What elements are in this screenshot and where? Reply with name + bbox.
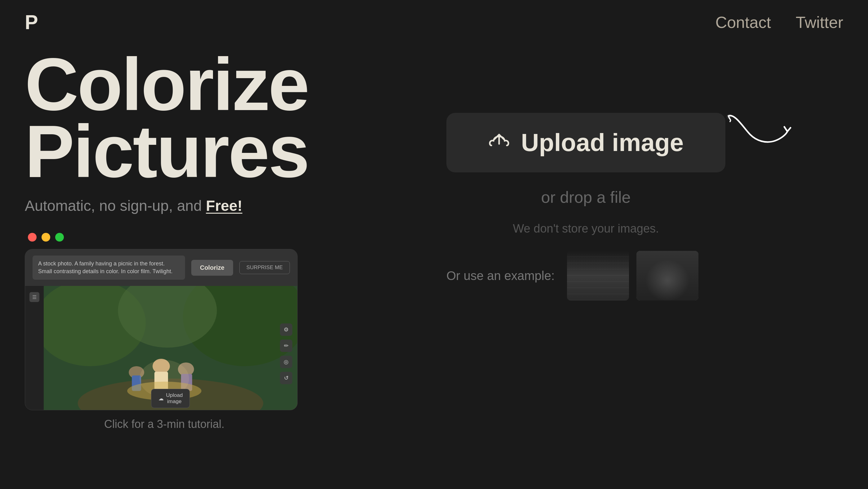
colorize-button[interactable]: Colorize xyxy=(191,260,233,276)
twitter-link[interactable]: Twitter xyxy=(796,13,843,32)
example-images xyxy=(567,251,699,301)
svg-rect-19 xyxy=(576,273,586,285)
hero-title: Colorize Pictures xyxy=(25,51,304,185)
svg-rect-16 xyxy=(590,254,606,297)
navigation: P Contact Twitter xyxy=(0,0,868,44)
preview-tools: ⚙ ✏ ◎ ↺ xyxy=(280,324,292,384)
example-image-1[interactable] xyxy=(567,251,629,301)
examples-section: Or use an example: xyxy=(446,251,725,301)
tutorial-text[interactable]: Click for a 3-min tutorial. xyxy=(25,418,304,431)
svg-point-31 xyxy=(671,274,682,284)
app-preview-body: ☰ xyxy=(25,286,297,410)
contact-link[interactable]: Contact xyxy=(715,13,771,32)
upload-cloud-icon xyxy=(488,130,510,155)
menu-icon[interactable]: ☰ xyxy=(29,292,39,302)
svg-rect-14 xyxy=(567,251,629,301)
svg-rect-30 xyxy=(653,281,663,294)
privacy-text: We don't store your images. xyxy=(513,222,659,235)
nav-links: Contact Twitter xyxy=(715,13,843,32)
svg-point-26 xyxy=(637,251,664,282)
svg-rect-15 xyxy=(573,254,589,297)
svg-rect-24 xyxy=(637,251,699,301)
dot-red xyxy=(28,233,37,242)
preview-image-area: ⚙ ✏ ◎ ↺ ☁ Upload image or drop a file xyxy=(44,286,297,410)
left-panel: Colorize Pictures Automatic, no sign-up,… xyxy=(25,51,304,431)
upload-cloud-icon: ☁ xyxy=(158,395,164,402)
app-preview-window: A stock photo. A family having a picnic … xyxy=(25,249,298,410)
logo[interactable]: P xyxy=(25,12,38,32)
svg-point-20 xyxy=(593,260,603,273)
svg-rect-17 xyxy=(607,254,623,297)
svg-rect-32 xyxy=(672,282,681,293)
svg-point-28 xyxy=(637,282,699,301)
prompt-area[interactable]: A stock photo. A family having a picnic … xyxy=(33,255,185,280)
upload-area: Upload image xyxy=(446,113,725,173)
app-preview-container: A stock photo. A family having a picnic … xyxy=(25,233,304,431)
prompt-text: A stock photo. A family having a picnic … xyxy=(38,261,173,274)
right-panel: Upload image or drop a file We don't sto… xyxy=(329,51,843,431)
svg-point-18 xyxy=(576,261,587,275)
surprise-button[interactable]: SURPRISE ME xyxy=(239,261,290,274)
undo-tool[interactable]: ↺ xyxy=(280,372,292,384)
svg-point-27 xyxy=(672,251,699,279)
arrow-decoration xyxy=(725,110,794,153)
svg-point-25 xyxy=(637,251,699,282)
examples-label: Or use an example: xyxy=(446,269,555,283)
hero-subtitle: Automatic, no sign-up, and Free! xyxy=(25,197,304,214)
settings-tool[interactable]: ⚙ xyxy=(280,324,292,336)
example-image-2[interactable] xyxy=(637,251,699,301)
dot-yellow xyxy=(41,233,50,242)
upload-mini-button[interactable]: ☁ Upload image xyxy=(151,389,190,408)
svg-point-29 xyxy=(652,272,664,283)
drop-text: or drop a file xyxy=(541,188,630,207)
drop-mini-text: or drop a file xyxy=(158,409,188,410)
window-dots xyxy=(25,233,304,242)
upload-label: Upload image xyxy=(521,128,684,157)
app-preview-toolbar: A stock photo. A family having a picnic … xyxy=(25,249,297,286)
svg-point-22 xyxy=(610,263,620,276)
adjust-tool[interactable]: ◎ xyxy=(280,356,292,368)
upload-button[interactable]: Upload image xyxy=(446,113,725,173)
svg-rect-21 xyxy=(594,271,602,283)
main-content: Colorize Pictures Automatic, no sign-up,… xyxy=(0,51,868,431)
edit-tool[interactable]: ✏ xyxy=(280,340,292,352)
dot-green xyxy=(55,233,64,242)
svg-point-13 xyxy=(726,114,732,119)
svg-rect-23 xyxy=(611,274,619,285)
app-sidebar: ☰ xyxy=(25,286,44,410)
